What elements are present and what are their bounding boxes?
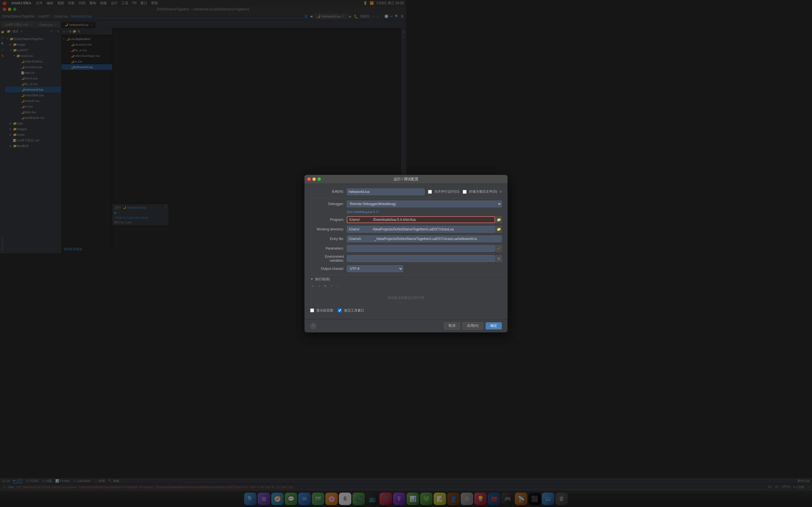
mobdebug-row: Get mobdebug.lua 0.7+	[310, 210, 406, 214]
program-field: 📁	[347, 216, 406, 223]
workdir-row: Working directory: 📁	[310, 226, 406, 233]
entryfile-input[interactable]	[347, 235, 406, 242]
entryfile-row: Entry file:	[310, 235, 406, 242]
workdir-label: Working directory:	[310, 227, 347, 231]
dialog-max-btn[interactable]	[317, 177, 321, 181]
dialog-title: 运行 / 调试配置	[394, 177, 406, 182]
entryfile-label: Entry file:	[310, 237, 347, 241]
dialog-body: 名称(N): 允许并行运行(U) 存储为项目文件(S) ⚙	[305, 184, 406, 254]
parameters-field: ⤢	[347, 245, 406, 252]
dialog-close-btn[interactable]	[307, 177, 311, 181]
debugger-select[interactable]: Remote Debugger(Mobdebug)	[347, 201, 406, 207]
debugger-row: Debugger: Remote Debugger(Mobdebug)	[310, 201, 406, 207]
debugger-field: Remote Debugger(Mobdebug)	[347, 201, 406, 207]
program-label: Program:	[310, 218, 347, 222]
workdir-input[interactable]	[347, 226, 406, 233]
parameters-input[interactable]	[347, 245, 406, 252]
dialog-overlay: 运行 / 调试配置 名称(N): 允许并行运行(U) 存储为项目文件(S)	[0, 0, 406, 253]
name-row: 名称(N): 允许并行运行(U) 存储为项目文件(S) ⚙	[310, 188, 406, 195]
workdir-field: 📁	[347, 226, 406, 233]
parameters-label: Parameters:	[310, 246, 347, 250]
dialog-traffic-lights	[307, 177, 321, 181]
name-field	[347, 188, 406, 195]
mobdebug-link[interactable]: Get mobdebug.lua 0.7+	[347, 210, 379, 214]
dialog-min-btn[interactable]	[312, 177, 316, 181]
dialog-title-bar: 运行 / 调试配置	[305, 175, 406, 184]
entryfile-field	[347, 235, 406, 242]
name-label: 名称(N):	[310, 189, 347, 194]
parameters-row: Parameters: ⤢	[310, 245, 406, 252]
program-input[interactable]	[347, 216, 406, 223]
debugger-label: Debugger:	[310, 202, 347, 206]
name-input[interactable]	[347, 188, 406, 195]
run-debug-dialog: 运行 / 调试配置 名称(N): 允许并行运行(U) 存储为项目文件(S)	[305, 175, 406, 254]
program-row: Program: 📁	[310, 216, 406, 223]
